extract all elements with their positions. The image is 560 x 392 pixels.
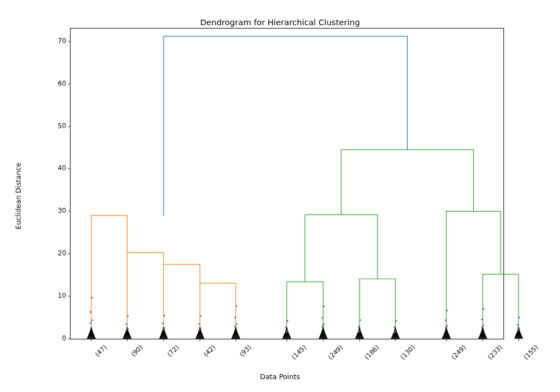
leaf-dot — [236, 305, 237, 307]
leaf-dot — [285, 326, 287, 328]
x-tick — [287, 339, 287, 341]
leaf-dot — [236, 323, 237, 325]
x-tick — [446, 339, 447, 341]
y-tick — [68, 211, 71, 212]
leaf-dot — [164, 315, 165, 316]
leaf-dot — [446, 310, 448, 311]
y-tick — [68, 126, 71, 127]
x-tick — [519, 339, 519, 341]
x-tick — [323, 339, 324, 341]
leaf-dot — [394, 326, 395, 328]
x-tick-label: (155) — [522, 343, 540, 361]
leaf-dot — [90, 311, 91, 313]
x-tick — [91, 339, 92, 341]
x-tick-label: (93) — [238, 343, 253, 358]
leaf-dot — [360, 329, 361, 331]
figure: Dendrogram for Hierarchical Clustering E… — [0, 0, 560, 392]
x-tick-label: (249) — [326, 343, 344, 361]
y-tick — [68, 83, 71, 84]
cluster-orange-leaf — [200, 283, 236, 339]
leaf-dot — [517, 330, 519, 332]
x-tick — [395, 339, 396, 341]
leaf-dot — [321, 325, 323, 327]
leaf-dot — [445, 319, 446, 321]
leaf-dot — [198, 323, 200, 325]
leaf-dot — [358, 326, 360, 328]
y-tick — [68, 296, 71, 297]
leaf-dot — [234, 316, 236, 318]
x-tick-label: (42) — [202, 343, 217, 358]
y-tick — [68, 339, 71, 339]
y-tick — [68, 41, 71, 41]
y-tick-label: 30 — [58, 207, 66, 214]
leaf-dot — [90, 322, 91, 324]
leaf-dot — [395, 320, 397, 322]
leaf-dot — [519, 316, 520, 318]
leaf-dot — [200, 328, 202, 329]
cluster-orange-mid1 — [127, 253, 164, 339]
leaf-dot — [481, 319, 483, 320]
leaf-dot — [446, 325, 448, 327]
leaf-dot — [483, 308, 484, 310]
cluster-orange-top — [91, 216, 127, 339]
x-axis-label: Data Points — [0, 372, 560, 381]
y-tick-label: 70 — [58, 37, 66, 45]
leaf-dot — [164, 328, 165, 329]
leaf-dot — [481, 326, 483, 328]
x-tick-label: (186) — [363, 343, 381, 361]
leaf-dot — [198, 329, 200, 331]
leaf-dot — [323, 323, 325, 325]
x-tick-label: (72) — [166, 343, 181, 358]
leaf-dot — [91, 297, 93, 298]
leaf-dot — [483, 324, 484, 326]
x-tick — [360, 339, 360, 341]
leaf-dot — [200, 315, 202, 316]
leaf-dot — [323, 306, 325, 307]
plot-area: (47)(90)(72)(42)(93)(145)(249)(186)(130)… — [70, 28, 504, 339]
cluster-green-right-top — [446, 211, 501, 339]
leaf-dot — [321, 317, 323, 319]
chart-title: Dendrogram for Hierarchical Clustering — [0, 18, 560, 27]
leaf-dot — [394, 331, 395, 333]
leaf-dot — [91, 319, 93, 321]
x-tick-label: (90) — [129, 343, 144, 358]
leaf-dot — [127, 315, 129, 317]
leaf-dot — [285, 331, 287, 333]
y-tick-label: 50 — [58, 122, 66, 130]
cluster-green-top — [341, 150, 473, 214]
leaf-dot — [127, 328, 129, 329]
leaf-dot — [517, 324, 519, 326]
leaf-dot — [287, 330, 288, 332]
y-tick — [68, 254, 71, 254]
x-tick-label: (249) — [450, 343, 468, 361]
cluster-root — [164, 36, 407, 216]
leaf-dot — [395, 330, 397, 332]
leaf-dot — [125, 329, 127, 331]
leaf-dot — [162, 329, 164, 331]
leaf-dot — [360, 319, 361, 321]
leaf-dot — [162, 323, 164, 324]
x-tick-label: (47) — [94, 343, 109, 358]
leaf-dot — [287, 320, 288, 322]
x-tick — [164, 339, 164, 341]
cluster-orange-mid2 — [164, 264, 200, 339]
x-tick — [236, 339, 236, 341]
leaf-dot — [445, 327, 446, 329]
y-tick — [68, 169, 71, 169]
x-tick — [483, 339, 483, 341]
x-tick-label: (233) — [486, 343, 504, 361]
x-tick-label: (130) — [399, 343, 417, 361]
x-tick — [127, 339, 128, 341]
cluster-green-left-top — [305, 214, 378, 282]
dendrogram-svg — [71, 29, 503, 339]
cluster-green-right-r — [483, 274, 519, 339]
leaf-dot — [358, 331, 360, 333]
y-tick-label: 10 — [58, 292, 66, 300]
y-tick-label: 40 — [58, 164, 66, 172]
x-tick-label: (145) — [290, 343, 308, 361]
leaf-dot — [519, 328, 520, 330]
x-tick — [200, 339, 200, 341]
leaf-dot — [234, 325, 236, 327]
y-axis-label: Euclidean Distance — [14, 162, 22, 229]
cluster-green-left-l — [287, 282, 323, 339]
